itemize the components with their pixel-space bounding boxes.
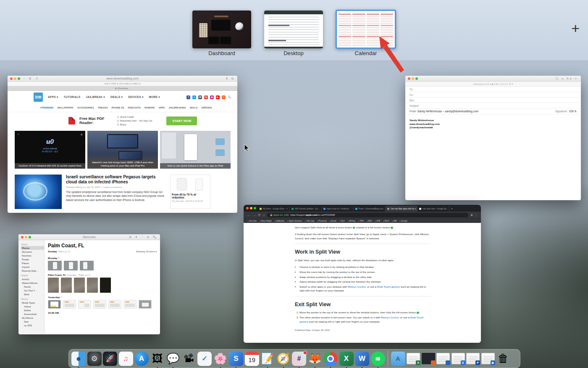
- launchpad-icon[interactable]: 🚀: [103, 352, 117, 366]
- minimized-window[interactable]: S: [452, 353, 465, 364]
- search-icon[interactable]: 🔍: [228, 95, 231, 99]
- trending-item[interactable]: APPS: [158, 106, 165, 109]
- bookmark-item[interactable]: Tech: [339, 220, 345, 222]
- bookmark-item[interactable]: TRN: [358, 220, 364, 222]
- google-plus-icon[interactable]: G: [204, 95, 208, 99]
- showing-filter[interactable]: Showing: All Items ▾: [136, 250, 157, 253]
- nav-devices[interactable]: DEVICES ▾: [128, 95, 143, 99]
- window-controls[interactable]: [246, 207, 256, 209]
- sidebar-item-people[interactable]: People: [21, 257, 44, 261]
- back-button[interactable]: ←: [247, 213, 250, 217]
- email-icon[interactable]: ✉: [198, 95, 202, 99]
- nav-apps[interactable]: APPS ▾: [48, 95, 58, 99]
- tab-apps-stuck[interactable]: Apps stuck on “Installing…”✕: [322, 206, 354, 212]
- idb-logo[interactable]: iDB: [34, 93, 43, 102]
- screenshot-thumbnail[interactable]: [93, 300, 106, 309]
- article-image-globe[interactable]: [15, 175, 62, 209]
- mail-compose-window[interactable]: ⎘ ⊕ Aa ⌲ Helvetica ▾ 12 ▾ ■ A B I U ≡ ≡ …: [405, 76, 581, 200]
- photo-thumbnail[interactable]: [100, 278, 111, 293]
- safari-favorites-bar[interactable]: iOS ▾ TRN ▾ OS ▾ MLG ▾ REV ▾: [8, 82, 237, 86]
- photos-icon[interactable]: 🌸: [213, 352, 228, 366]
- add-space-button[interactable]: +: [571, 21, 580, 35]
- bookmark-item[interactable]: ZipBooks: [275, 220, 284, 222]
- bookmark-item[interactable]: ATB: [375, 220, 380, 222]
- start-now-button[interactable]: START NOW: [166, 116, 197, 125]
- chrome-icon[interactable]: [323, 352, 338, 366]
- sidebar-item-screenshots[interactable]: Screenshots: [21, 312, 44, 316]
- sidebar-item-recently-deleted[interactable]: Recently Dele…: [21, 269, 44, 273]
- reload-button[interactable]: ⟳: [258, 213, 261, 217]
- finder-icon[interactable]: ☻: [71, 352, 86, 366]
- mission-control-link[interactable]: Mission Control: [348, 285, 366, 288]
- bookmark-item[interactable]: All Links: [248, 220, 257, 222]
- firefox-icon[interactable]: 🦊: [308, 352, 322, 366]
- photo-thumbnail[interactable]: [87, 278, 98, 293]
- safari-share-tabs-icons[interactable]: ⬆ ⧉: [226, 77, 235, 80]
- sidebar-item-shared-albums[interactable]: Shared Albums: [21, 281, 44, 285]
- word-icon[interactable]: W: [355, 352, 369, 366]
- sidebar-item-work[interactable]: Work: [21, 292, 44, 296]
- bookmark-item[interactable]: Personal: [317, 220, 326, 222]
- close-tab-icon[interactable]: ✕: [286, 208, 288, 210]
- photo-thumbnail[interactable]: [61, 278, 72, 293]
- mail-cc-field[interactable]: Cc:: [405, 92, 581, 98]
- sidebar-item-videos[interactable]: Videos: [21, 304, 44, 308]
- trending-item[interactable]: WALLPAPERS: [58, 106, 74, 109]
- photo-thumbnail[interactable]: [74, 278, 85, 293]
- minimize-button[interactable]: [412, 77, 414, 80]
- applications-folder-icon[interactable]: A: [391, 352, 405, 366]
- signature-select[interactable]: Signature: iDB ⇅: [555, 110, 577, 114]
- sidebar-item-activity[interactable]: Activity: [21, 277, 44, 281]
- system-preferences-icon[interactable]: ⚙: [87, 352, 102, 366]
- bookmark-item[interactable]: MUO: [383, 220, 389, 222]
- photo-thumbnail[interactable]: [48, 261, 62, 270]
- sidebar-item-no-gps[interactable]: no GPS: [21, 323, 44, 327]
- rss-icon[interactable]: 〜: [222, 95, 226, 99]
- home-button[interactable]: ⌂: [263, 213, 265, 217]
- photos-toolbar-icons[interactable]: ⊞ ⬆ ♡ ⊕ 🔍: [129, 236, 158, 239]
- bookmark-item[interactable]: iDB: [392, 220, 397, 222]
- home-theater-app-icon[interactable]: 📽: [182, 352, 196, 366]
- sidebar-item-my-albums[interactable]: My Albums: [21, 316, 44, 320]
- article-card-files[interactable]: How to use Quick Actions in the Files ap…: [160, 131, 231, 169]
- photo-thumbnail[interactable]: [64, 261, 78, 270]
- space-thumbnail-desktop[interactable]: [264, 11, 323, 48]
- article-title[interactable]: Israeli surveillance software Pegasus ta…: [66, 175, 166, 185]
- bookmark-item[interactable]: Apple Systems: [287, 220, 302, 222]
- space-thumbnail-calendar[interactable]: [336, 10, 396, 49]
- mail-toolbar-icons[interactable]: ⎘ ⊕ Aa ⌲: [556, 77, 578, 80]
- forward-button[interactable]: →: [252, 213, 256, 217]
- screenshot-thumbnail[interactable]: [63, 300, 76, 309]
- article-card-uncover[interactable]: ◑ ⚙ u0 unc0ver jailbreak for iOS 11.0 – …: [15, 131, 85, 169]
- photos-window[interactable]: Memories ⊞ ⬆ ♡ ⊕ 🔍 Library Photos Memori…: [18, 234, 160, 334]
- bookmark-item[interactable]: SEO: [367, 220, 372, 222]
- chrome-window[interactable]: My Drive - Google Drive✕ iDB Tutorial Up…: [244, 205, 481, 343]
- minimize-button[interactable]: [250, 207, 252, 209]
- trending-item[interactable]: AIRPODS: [201, 106, 212, 109]
- trending-item[interactable]: ACCESSORIES: [77, 106, 94, 109]
- close-button[interactable]: [246, 207, 249, 209]
- zoom-button[interactable]: [254, 207, 256, 209]
- sidebar-item-favorites[interactable]: Favorites: [21, 254, 44, 257]
- mail-subject-field[interactable]: Subject:: [405, 103, 581, 109]
- airpods-ad[interactable]: ▷✕ From 40 to 70 % of reduction Try your…: [170, 175, 210, 209]
- mail-bcc-field[interactable]: Bcc:: [405, 98, 581, 103]
- tab-google-drive[interactable]: My Drive - Google Drive✕: [258, 206, 290, 212]
- spotify-icon[interactable]: ≋: [371, 352, 385, 366]
- article-card-satechi[interactable]: Satechi's new hub brings back HDMI, USB-…: [87, 131, 158, 169]
- space-thumbnail-dashboard[interactable]: [192, 11, 251, 48]
- calendar-icon[interactable]: 19: [245, 352, 259, 366]
- mail-to-field[interactable]: To:: [405, 87, 581, 92]
- sidebar-item-our-first[interactable]: Our First T…: [21, 289, 44, 292]
- trending-item[interactable]: DEALS: [190, 106, 198, 109]
- facebook-icon[interactable]: f: [186, 95, 190, 99]
- trending-item[interactable]: PODCASTS: [128, 106, 141, 109]
- bookmark-item[interactable]: Social: [329, 220, 336, 222]
- bookmark-item[interactable]: Google: [399, 220, 407, 222]
- preview-icon[interactable]: 🖼: [150, 352, 165, 366]
- notes-icon[interactable]: 📝: [260, 352, 275, 366]
- sidebar-item-memories[interactable]: Memories: [21, 250, 44, 254]
- screenshot-thumbnail[interactable]: [48, 300, 61, 309]
- safari-address-bar[interactable]: www.idownloadblog.com: [8, 77, 237, 80]
- safari-tab[interactable]: ★ iDownloa…: [8, 86, 237, 91]
